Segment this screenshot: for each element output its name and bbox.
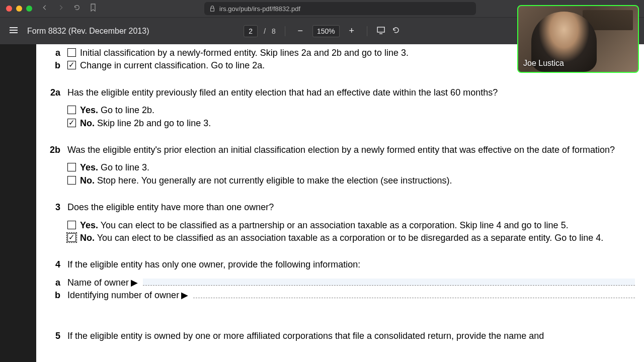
arrow-icon: ▶ (181, 290, 188, 301)
line-2a-no-text: No. Skip line 2b and go to line 3. (80, 118, 635, 129)
arrow-icon: ▶ (131, 277, 138, 289)
webcam-overlay: Joe Lustica (517, 5, 639, 73)
checkbox-3-no[interactable] (67, 233, 76, 242)
zoom-out-button[interactable]: − (294, 25, 306, 37)
address-bar[interactable]: irs.gov/pub/irs-pdf/f8832.pdf (204, 2, 476, 15)
checkbox-1a[interactable] (67, 48, 76, 57)
window-maximize-button[interactable] (26, 6, 32, 12)
bookmark-button[interactable] (90, 4, 97, 14)
page-zoom-controls: / 8 − 150% + (244, 25, 400, 37)
owner-id-field[interactable] (193, 291, 635, 298)
line-5-question: If the eligible entity is owned by one o… (67, 330, 635, 342)
window-close-button[interactable] (6, 6, 12, 12)
line-2a-question: Has the eligible entity previously filed… (67, 87, 635, 99)
back-button[interactable] (41, 4, 48, 13)
line-1a-label: a (47, 47, 67, 59)
line-4-number: 4 (47, 259, 67, 270)
line-4b-text: Identifying number of owner (67, 290, 179, 301)
line-2a-number: 2a (47, 87, 67, 99)
line-2a-yes-text: Yes. Go to line 2b. (80, 105, 635, 116)
page-total: 8 (272, 27, 276, 35)
pdf-page[interactable]: a Initial classification by a newly-form… (36, 44, 644, 362)
line-3-no-text: No. You can elect to be classified as an… (80, 232, 635, 244)
window-minimize-button[interactable] (16, 6, 22, 12)
page-separator: / (264, 27, 266, 35)
address-bar-container: irs.gov/pub/irs-pdf/f8832.pdf (105, 2, 576, 15)
nav-controls (41, 4, 80, 13)
line-4a-label: a (47, 277, 67, 289)
line-2b-number: 2b (47, 144, 67, 156)
owner-name-field[interactable] (143, 279, 635, 286)
checkbox-1b[interactable] (67, 61, 76, 69)
rotate-button[interactable] (391, 26, 400, 37)
line-3-number: 3 (47, 202, 67, 213)
divider (367, 26, 367, 36)
lock-icon (209, 6, 215, 12)
reload-button[interactable] (73, 4, 80, 13)
line-3-question: Does the eligible entity have more than … (67, 202, 635, 213)
line-4a-text: Name of owner (67, 277, 129, 289)
svg-rect-1 (377, 27, 384, 32)
zoom-in-button[interactable]: + (346, 25, 358, 37)
checkbox-2b-yes[interactable] (67, 163, 76, 171)
divider (285, 26, 285, 36)
line-2b-question: Was the eligible entity's prior election… (67, 144, 635, 156)
checkbox-2a-yes[interactable] (67, 106, 76, 114)
line-1b-label: b (47, 60, 67, 71)
line-4-question: If the eligible entity has only one owne… (67, 259, 635, 270)
line-4b-label: b (47, 290, 67, 301)
line-3-yes-text: Yes. You can elect to be classified as a… (80, 220, 635, 231)
presentation-mode-button[interactable] (376, 26, 385, 37)
url-text: irs.gov/pub/irs-pdf/f8832.pdf (219, 5, 300, 13)
zoom-level-input[interactable]: 150% (312, 25, 340, 37)
line-2b-no-text: No. Stop here. You generally are not cur… (80, 175, 635, 187)
forward-button[interactable] (57, 4, 64, 13)
checkbox-2a-no[interactable] (67, 119, 76, 127)
checkbox-2b-no[interactable] (67, 176, 76, 185)
line-5-number: 5 (47, 330, 67, 342)
page-number-input[interactable] (244, 25, 258, 37)
webcam-name-label: Joe Lustica (523, 59, 564, 68)
line-2b-yes-text: Yes. Go to line 3. (80, 162, 635, 173)
sidebar-toggle-button[interactable] (9, 27, 18, 36)
window-traffic-lights (6, 6, 32, 12)
checkbox-3-yes[interactable] (67, 221, 76, 229)
